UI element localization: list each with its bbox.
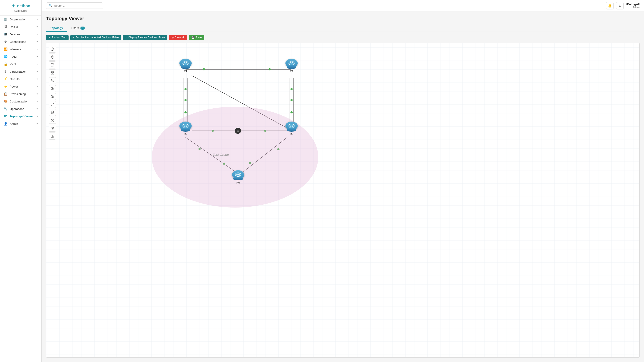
sidebar-item-wireless[interactable]: 📶 Wireless ▾ [0, 45, 42, 53]
sidebar-item-provisioning[interactable]: 📋 Provisioning ▾ [0, 90, 42, 98]
filter-remove-unconnected[interactable]: ✕ [72, 36, 75, 39]
svg-point-36 [51, 79, 52, 80]
tool-eye[interactable] [49, 125, 56, 132]
router-icon-R2 [182, 124, 188, 128]
svg-rect-31 [51, 64, 54, 66]
nav-menu: 🏢 Organization ▾ 🗄 Racks ▾ 💻 Devices ▾ ⚙… [0, 16, 42, 127]
operations-icon: 🔧 [4, 107, 8, 111]
sidebar-item-admin[interactable]: 👤 Admin ▾ [0, 120, 42, 127]
router-icon-R4 [288, 61, 294, 65]
sidebar-item-devices[interactable]: 💻 Devices ▾ [0, 31, 42, 38]
svg-point-22 [223, 162, 225, 165]
filter-remove-region[interactable]: ✕ [48, 36, 50, 39]
connections-icon: ⚙ [4, 40, 8, 44]
sidebar-item-connections[interactable]: ⚙ Connections ▾ [0, 38, 42, 45]
tool-nodes[interactable] [49, 117, 56, 124]
search-input[interactable] [54, 4, 100, 7]
filter-chip-unconnected[interactable]: ✕ Display Unconnected Devices: False [70, 35, 121, 40]
filter-chip-passive[interactable]: ✕ Display Passive Devices: False [123, 35, 167, 40]
svg-point-14 [290, 111, 293, 113]
router-node-R6[interactable]: R6 [232, 170, 244, 184]
page-title: Topology Viewer [46, 16, 640, 22]
chevron-icon-admin: ▾ [36, 122, 38, 125]
notification-button[interactable]: 🔔 [606, 2, 614, 10]
virtualization-icon: 🖥 [4, 70, 8, 73]
router-node-R1[interactable]: R1 [180, 59, 192, 73]
sidebar-item-organization[interactable]: 🏢 Organization ▾ [0, 16, 42, 23]
svg-point-13 [290, 99, 293, 101]
router-node-R3[interactable]: R3 [286, 122, 298, 136]
filter-remove-passive[interactable]: ✕ [125, 36, 127, 39]
svg-line-54 [52, 120, 52, 120]
chevron-icon-wireless: ▾ [36, 48, 38, 51]
svg-point-21 [198, 148, 201, 150]
sidebar-item-customization[interactable]: 🎨 Customization ▾ [0, 98, 42, 105]
user-name: iDebugAll [626, 3, 640, 6]
wireless-icon: 📶 [4, 47, 8, 51]
user-role: Admin [626, 6, 640, 9]
svg-line-44 [53, 97, 54, 98]
tool-multiselect[interactable] [49, 69, 56, 76]
svg-point-18 [264, 130, 266, 132]
filter-chip-region[interactable]: ✕ Region: Test [46, 35, 68, 40]
tool-zoom-in[interactable] [49, 85, 56, 92]
sidebar-item-racks[interactable]: 🗄 Racks ▾ [0, 23, 42, 31]
router-node-R4[interactable]: R4 [286, 59, 298, 73]
save-button[interactable]: 💾 Save [189, 35, 204, 40]
sidebar-label-ipam: IPAM [10, 55, 17, 58]
sidebar-item-ipam[interactable]: 🌐 IPAM ▾ [0, 53, 42, 60]
router-node-R2[interactable]: R2 [180, 122, 192, 136]
chevron-icon-operations: ▾ [36, 107, 38, 110]
svg-rect-35 [52, 73, 54, 74]
power-icon: ⚡ [4, 85, 8, 88]
tool-fit[interactable] [49, 101, 56, 108]
topology-canvas-container[interactable]: 4 [46, 43, 640, 357]
router-label-R1: R1 [184, 70, 187, 73]
sidebar-item-operations[interactable]: 🔧 Operations ▾ [0, 105, 42, 113]
tabs: Topology Filters 3 [46, 25, 640, 32]
chevron-icon-circuits: ▾ [36, 78, 38, 81]
svg-line-56 [52, 120, 52, 121]
router-body-R2 [180, 122, 192, 130]
provisioning-icon: 📋 [4, 92, 8, 96]
settings-button[interactable]: ⚙ [616, 2, 624, 10]
svg-point-53 [53, 121, 54, 122]
tool-globe[interactable] [49, 46, 56, 53]
logo-text: netbox [17, 4, 30, 8]
tab-topology[interactable]: Topology [46, 25, 67, 32]
tool-select-box[interactable] [49, 61, 56, 68]
svg-point-6 [184, 88, 187, 90]
svg-line-19 [192, 75, 287, 128]
svg-line-23 [242, 137, 287, 172]
sidebar-item-vpn[interactable]: 🔒 VPN ▾ [0, 60, 42, 68]
svg-line-57 [52, 120, 53, 121]
svg-line-47 [51, 105, 52, 106]
sidebar-item-topology-viewer[interactable]: 🗺 Topology Viewer ▾ [0, 113, 42, 120]
svg-point-24 [277, 148, 280, 150]
search-icon: 🔍 [49, 4, 52, 7]
sidebar-item-power[interactable]: ⚡ Power ▾ [0, 83, 42, 90]
clear-all-button[interactable]: ⊘ Clear all [169, 35, 187, 40]
svg-point-3 [268, 68, 271, 70]
search-box[interactable]: 🔍 [46, 3, 103, 9]
tool-connect[interactable] [49, 77, 56, 84]
tab-filters[interactable]: Filters 3 [67, 25, 89, 32]
tool-hand[interactable] [49, 54, 56, 61]
chevron-icon-topology-viewer: ▾ [36, 115, 38, 118]
svg-point-58 [52, 128, 53, 129]
router-label-R3: R3 [290, 132, 293, 136]
svg-point-17 [212, 130, 214, 132]
topology-svg: 4 [46, 43, 640, 357]
tool-layers[interactable] [49, 109, 56, 116]
sidebar-item-circuits[interactable]: ⚡ Circuits ▾ [0, 75, 42, 83]
sidebar-label-power: Power [10, 85, 18, 88]
sidebar-item-virtualization[interactable]: 🖥 Virtualization ▾ [0, 68, 42, 75]
organization-icon: 🏢 [4, 18, 8, 21]
user-menu[interactable]: iDebugAll Admin [626, 3, 640, 9]
tool-download[interactable] [49, 132, 56, 139]
tool-zoom-out[interactable] [49, 93, 56, 100]
router-icon-R1 [182, 61, 188, 65]
devices-icon: 💻 [4, 33, 8, 36]
topo-toolbar [49, 46, 56, 139]
router-body-R6 [232, 170, 244, 179]
